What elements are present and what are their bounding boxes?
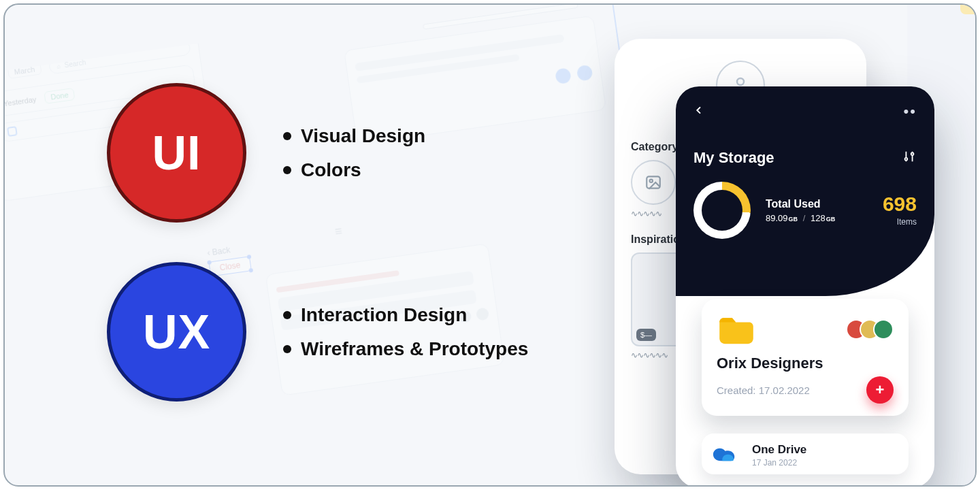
image-icon <box>644 174 662 191</box>
chevron-left-icon <box>693 105 704 116</box>
left-content: UI Visual Design Colors UX Interaction D… <box>107 83 583 402</box>
svg-point-3 <box>905 158 908 161</box>
folder-created: Created: 17.02.2022 <box>717 385 810 396</box>
phone-storage-mock: •• My Storage Total Used 89.09GB / <box>676 86 934 487</box>
ux-badge: UX <box>107 262 246 402</box>
category-chip <box>631 160 676 205</box>
drive-date: 17 Jan 2022 <box>752 458 806 468</box>
avatar <box>918 3 941 5</box>
drive-row[interactable]: One Drive 17 Jan 2022 <box>702 434 909 474</box>
bullet: Visual Design <box>283 125 425 147</box>
drive-name: One Drive <box>752 443 806 457</box>
settings-button[interactable] <box>902 149 917 167</box>
svg-point-2 <box>650 180 653 182</box>
avatar-stack <box>846 319 894 340</box>
right-content: Category ∿∿∿∿∿ Inspiration $— ∿∿∿∿∿∿ •• <box>608 3 948 487</box>
ux-bullets: Interaction Design Wireframes & Prototyp… <box>283 292 528 372</box>
bg-yesterday: Yesterday <box>3 95 37 108</box>
bullet: Wireframes & Prototypes <box>283 338 528 360</box>
notification-badge <box>960 3 977 14</box>
usage-text: Total Used 89.09GB / 128GB <box>766 198 835 223</box>
storage-title: My Storage <box>693 149 774 167</box>
ui-badge: UI <box>107 83 246 223</box>
bullet: Colors <box>283 159 425 181</box>
search-icon: ⌕ <box>56 62 61 70</box>
folder-name: Orix Designers <box>717 355 894 372</box>
bg-month-chip: March <box>7 62 42 79</box>
infographic-frame: Product App M March ⌕ Search Yesterday D… <box>3 3 977 487</box>
onedrive-icon <box>711 445 741 466</box>
item-count: 698 <box>883 194 917 214</box>
usage-ring <box>693 182 751 239</box>
folder-card[interactable]: Orix Designers Created: 17.02.2022 + <box>702 299 909 416</box>
sliders-icon <box>902 149 917 164</box>
folder-icon <box>717 314 756 345</box>
bullet: Interaction Design <box>283 304 528 326</box>
price-tag: $— <box>636 329 656 341</box>
bg-app-label: Product App <box>3 27 189 63</box>
avatar <box>873 319 894 340</box>
svg-rect-1 <box>647 176 660 188</box>
ui-bullets: Visual Design Colors <box>283 113 425 193</box>
bg-done-chip: Done <box>44 88 75 104</box>
more-button[interactable]: •• <box>904 103 917 120</box>
add-button[interactable]: + <box>866 376 894 404</box>
back-button[interactable] <box>693 105 704 119</box>
svg-point-0 <box>737 78 744 85</box>
svg-point-4 <box>911 153 914 156</box>
